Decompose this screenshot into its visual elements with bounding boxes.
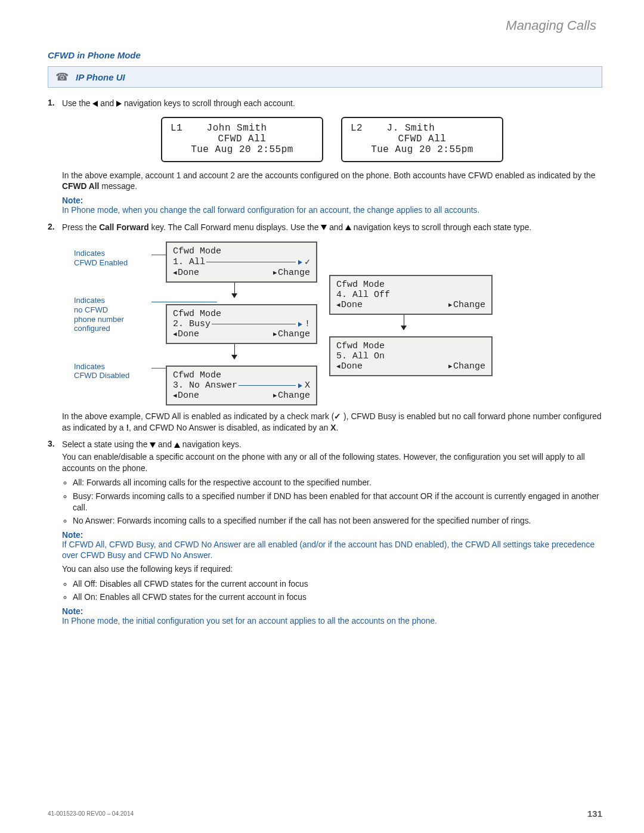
p2a: In the above example, CFWD All is enable… (62, 412, 334, 421)
softkey-done: Done (336, 300, 363, 310)
page: Managing Calls CFWD in Phone Mode ☎ IP P… (0, 0, 644, 833)
softkey-done: Done (173, 268, 199, 278)
bullet-busy: Busy: Forwards incoming calls to a speci… (73, 491, 602, 513)
s3-d: You can enable/disable a specific accoun… (62, 452, 602, 474)
bullet-all-on: All On: Enables all CFWD states for the … (73, 592, 602, 603)
p1b: CFWD All (62, 182, 99, 191)
nav-up-icon (345, 225, 351, 230)
note3-label: Note: (62, 607, 602, 616)
diagram-col-right: Cfwd Mode 4. All Off Done Change Cf (329, 241, 490, 405)
s3-a: Select a state using the (62, 440, 150, 449)
label-enabled: Indicates CFWD Enabled (74, 249, 151, 267)
p2e: , and CFWD No Answer is disabled, as ind… (129, 423, 330, 432)
ip-phone-ui-callout: ☎ IP Phone UI (48, 66, 602, 88)
screen-all-off: Cfwd Mode 4. All Off Done Change (329, 275, 493, 315)
page-footer: 41-001523-00 REV00 – 04.2014 131 (48, 809, 602, 819)
softkey-change: Change (448, 361, 485, 371)
state-arrow-head (298, 260, 302, 265)
state-arrow-head (298, 383, 302, 388)
p2b: ✓ (334, 412, 341, 421)
screen-all: Cfwd Mode 1. All ✓ Done Change (166, 241, 317, 283)
state-bullets: All: Forwards all incoming calls for the… (73, 478, 602, 527)
label-no-number: Indicates no CFWD phone number configure… (74, 296, 151, 333)
step-3: Select a state using the and navigation … (48, 439, 602, 627)
state-arrow-line (239, 385, 296, 386)
step-1: Use the and navigation keys to scroll th… (48, 98, 602, 216)
state-2: 2. Busy (173, 319, 210, 329)
p2f: X (330, 423, 336, 432)
nav-down-icon (150, 442, 156, 448)
lcd2-line3: Tue Aug 20 2:55pm (351, 144, 494, 155)
s3-c: navigation keys. (182, 440, 242, 449)
screen-all-on: Cfwd Mode 5. All On Done Change (329, 336, 493, 376)
s2-b: Call Forward (99, 223, 149, 232)
mark-bang: ! (305, 319, 310, 329)
s3-b: and (158, 440, 174, 449)
softkey-change: Change (448, 300, 485, 310)
p1c: message. (99, 182, 137, 191)
lcd-account-1: L1 John Smith CFWD All Tue Aug 20 2:55pm (161, 117, 323, 162)
state-5: 5. All On (336, 351, 385, 361)
lcd2-line2: CFWD All (351, 134, 494, 144)
step-2: Press the Call Forward key. The Call For… (48, 222, 602, 434)
s2-c: key. The Call Forward menu displays. Use… (149, 223, 321, 232)
step2-explain: In the above example, CFWD All is enable… (62, 411, 602, 433)
note1-text: In Phone mode, when you change the call … (62, 205, 602, 216)
page-number: 131 (587, 809, 602, 819)
lcd1-line3: Tue Aug 20 2:55pm (171, 144, 314, 155)
para3: You can also use the following keys if r… (62, 564, 602, 575)
note1-label: Note: (62, 196, 602, 205)
state-arrow-line (212, 324, 296, 324)
softkey-change: Change (273, 268, 310, 278)
screen-hdr: Cfwd Mode (173, 370, 310, 380)
step1-text-b: and (100, 99, 116, 108)
s2-e: navigation keys to scroll through each s… (354, 223, 531, 232)
step1-explain: In the above example, account 1 and acco… (62, 171, 602, 193)
step1-text-c: navigation keys to scroll through each a… (124, 99, 295, 108)
state-4: 4. All Off (336, 290, 390, 300)
nav-right-icon (116, 101, 122, 107)
bullet-all: All: Forwards all incoming calls for the… (73, 478, 602, 489)
lcd-account-2: L2 J. Smith CFWD All Tue Aug 20 2:55pm (341, 117, 503, 162)
softkey-change: Change (273, 391, 310, 401)
mark-check: ✓ (305, 256, 310, 268)
screen-hdr: Cfwd Mode (173, 246, 310, 256)
phone-icon: ☎ (54, 70, 70, 83)
softkey-change: Change (273, 329, 310, 339)
screen-hdr: Cfwd Mode (173, 309, 310, 319)
doc-id: 41-001523-00 REV00 – 04.2014 (48, 810, 134, 817)
nav-left-icon (92, 101, 98, 107)
diagram-col-left: Cfwd Mode 1. All ✓ Done Change (166, 241, 315, 405)
state-1: 1. All (173, 257, 205, 267)
callout-title: IP Phone UI (76, 72, 125, 82)
state-3: 3. No Answer (173, 380, 237, 391)
lcd-row: L1 John Smith CFWD All Tue Aug 20 2:55pm… (62, 117, 602, 162)
note3-text: In Phone mode, the initial configuration… (62, 616, 602, 627)
allonoff-bullets: All Off: Disables all CFWD states for th… (73, 579, 602, 603)
running-header: Managing Calls (48, 18, 596, 33)
p2g: . (336, 423, 338, 432)
bullet-no-answer: No Answer: Forwards incoming calls to a … (73, 516, 602, 527)
screen-no-answer: Cfwd Mode 3. No Answer X Done Change (166, 366, 317, 405)
screen-hdr: Cfwd Mode (336, 280, 485, 290)
label-disabled: Indicates CFWD Disabled (74, 362, 151, 380)
lcd1-line2: CFWD All (171, 134, 314, 144)
step1-text-a: Use the (62, 99, 92, 108)
cfwd-mode-diagram: Indicates CFWD Enabled Indicates no CFWD… (62, 241, 602, 405)
mark-x: X (305, 380, 310, 391)
state-arrow-line (206, 262, 296, 262)
bullet-all-off: All Off: Disables all CFWD states for th… (73, 579, 602, 590)
lcd2-line1: L2 J. Smith (351, 123, 494, 134)
softkey-done: Done (173, 329, 199, 339)
softkey-done: Done (173, 391, 199, 401)
s2-a: Press the (62, 223, 99, 232)
nav-down-icon (321, 225, 327, 230)
s2-d: and (329, 223, 345, 232)
lcd1-line1: L1 John Smith (171, 123, 314, 134)
p1a: In the above example, account 1 and acco… (62, 171, 595, 180)
softkey-done: Done (336, 361, 363, 371)
nav-up-icon (174, 442, 180, 448)
diagram-labels: Indicates CFWD Enabled Indicates no CFWD… (74, 241, 151, 405)
section-title: CFWD in Phone Mode (48, 50, 602, 60)
screen-busy: Cfwd Mode 2. Busy ! Done Change (166, 304, 317, 344)
